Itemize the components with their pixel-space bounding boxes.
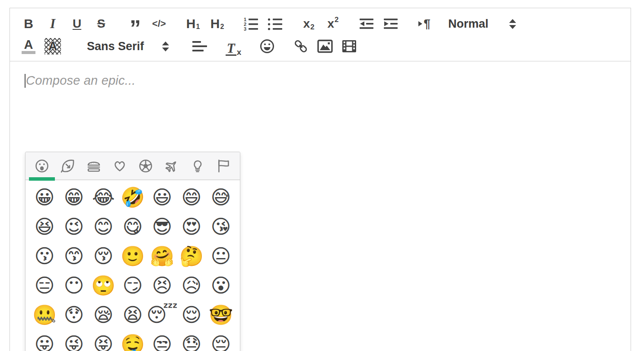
- underline-button[interactable]: U: [67, 14, 87, 33]
- emoji-kissing-face-with-smiling-eyes[interactable]: 😙: [59, 242, 89, 271]
- emoji-face-with-tongue[interactable]: 😛: [30, 330, 59, 351]
- placeholder-line: Compose an epic...: [25, 73, 616, 88]
- emoji-tab-nature[interactable]: [55, 152, 81, 180]
- emoji-thinking-face[interactable]: 🤔: [177, 242, 206, 271]
- emoji-neutral-face[interactable]: 😐: [206, 242, 236, 271]
- outdent-button[interactable]: [357, 14, 376, 33]
- emoji-winking-face-with-tongue[interactable]: 😜: [59, 330, 89, 351]
- emoji-smiling-face-with-smiling-eyes[interactable]: 😊: [89, 212, 118, 242]
- emoji-grinning-face[interactable]: 😀: [30, 183, 59, 212]
- emoji-tired-face[interactable]: 😫: [118, 300, 147, 330]
- emoji-beaming-face-with-smiling-eyes[interactable]: 😁: [59, 183, 89, 212]
- emoji-tab-flags[interactable]: [210, 152, 236, 180]
- bullet-list-icon: [267, 17, 283, 31]
- emoji-drooling-face[interactable]: 🤤: [118, 330, 147, 351]
- align-left-icon: [192, 40, 207, 53]
- font-family-picker[interactable]: Sans Serif: [87, 40, 169, 53]
- align-picker-button[interactable]: [190, 37, 210, 56]
- text-color-swatch: [22, 51, 35, 54]
- strikethrough-button[interactable]: S: [91, 14, 111, 33]
- ordered-list-icon: 1 2 3: [243, 17, 258, 31]
- emoji-face-savoring-food[interactable]: 😋: [118, 212, 147, 242]
- emoji-tab-bar: [26, 152, 240, 180]
- emoji-nerd-face[interactable]: 🤓: [206, 300, 236, 330]
- emoji-smirking-face[interactable]: 😏: [118, 271, 147, 300]
- emoji-hugging-face[interactable]: 🤗: [147, 242, 177, 271]
- emoji-sad-but-relieved-face[interactable]: 😥: [177, 271, 206, 300]
- soccer-ball-icon: [138, 158, 153, 174]
- ordered-list-button[interactable]: 1 2 3: [241, 14, 261, 33]
- leaf-icon: [60, 158, 76, 174]
- emoji-slightly-smiling-face[interactable]: 🙂: [118, 242, 147, 271]
- emoji-relieved-face[interactable]: 😌: [177, 300, 206, 330]
- format-group-media: [291, 37, 359, 56]
- h2-label: H: [210, 16, 220, 31]
- emoji-smiley-icon: [259, 38, 275, 54]
- emoji-kissing-face-with-closed-eyes[interactable]: 😚: [89, 242, 118, 271]
- emoji-tab-symbols[interactable]: [107, 152, 133, 180]
- format-group-script: x2 x2: [299, 14, 343, 33]
- emoji-downcast-face-with-sweat[interactable]: 😓: [177, 330, 206, 351]
- emoji-face-with-rolling-eyes[interactable]: 🙄: [89, 271, 118, 300]
- superscript-digit: 2: [335, 16, 338, 24]
- emoji-tab-travel[interactable]: [159, 152, 185, 180]
- video-icon: [341, 39, 357, 53]
- bullet-list-button[interactable]: [265, 14, 285, 33]
- header-2-button[interactable]: H2: [207, 14, 227, 33]
- emoji-winking-face[interactable]: 😉: [59, 212, 89, 242]
- emoji-persevering-face[interactable]: 😣: [147, 271, 177, 300]
- emoji-rolling-on-the-floor-laughing[interactable]: 🤣: [118, 183, 147, 212]
- italic-button[interactable]: I: [43, 14, 63, 33]
- airplane-icon: [164, 158, 179, 174]
- image-button[interactable]: [315, 37, 335, 56]
- emoji-smiling-face-with-sunglasses[interactable]: 😎: [147, 212, 177, 242]
- picker-arrows-icon: [509, 19, 516, 29]
- emoji-tab-activity[interactable]: [133, 152, 159, 180]
- emoji-unamused-face[interactable]: 😒: [147, 330, 177, 351]
- emoji-squinting-face-with-tongue[interactable]: 😝: [89, 330, 118, 351]
- blockquote-button[interactable]: ”: [125, 19, 145, 38]
- bold-button[interactable]: B: [19, 14, 38, 33]
- emoji-grinning-face-with-big-eyes[interactable]: 😃: [147, 183, 177, 212]
- clean-x-label: x: [237, 48, 242, 57]
- emoji-face-without-mouth[interactable]: 😶: [59, 271, 89, 300]
- emoji-face-blowing-a-kiss[interactable]: 😘: [206, 212, 236, 242]
- header-style-picker[interactable]: Normal: [448, 17, 516, 31]
- emoji-grinning-squinting-face[interactable]: 😆: [30, 212, 59, 242]
- link-button[interactable]: [291, 37, 311, 56]
- subscript-button[interactable]: x2: [299, 14, 319, 33]
- editor-content-area[interactable]: Compose an epic...: [10, 61, 631, 351]
- emoji-zipper-mouth-face[interactable]: 🤐: [30, 300, 59, 330]
- emoji-sleeping-face[interactable]: 😴: [147, 300, 177, 330]
- superscript-button[interactable]: x2: [323, 14, 343, 33]
- superscript-label: x: [327, 17, 334, 31]
- emoji-button[interactable]: [257, 37, 277, 56]
- clean-formatting-button[interactable]: Tx: [223, 37, 243, 56]
- format-group-clean: Tx: [223, 37, 243, 56]
- emoji-tab-people[interactable]: [29, 152, 55, 180]
- emoji-expressionless-face[interactable]: 😑: [30, 271, 59, 300]
- emoji-tab-food[interactable]: [81, 152, 107, 180]
- emoji-grinning-face-with-sweat[interactable]: 😅: [206, 183, 236, 212]
- text-color-button[interactable]: A: [19, 37, 38, 56]
- direction-rtl-button[interactable]: ¶: [414, 14, 434, 33]
- picker-arrows-icon: [162, 41, 169, 51]
- emoji-face-with-open-mouth[interactable]: 😮: [206, 271, 236, 300]
- text-color-label: A: [24, 39, 33, 50]
- emoji-grinning-face-with-smiling-eyes[interactable]: 😄: [177, 183, 206, 212]
- emoji-pensive-face[interactable]: 😔: [206, 330, 236, 351]
- emoji-face-with-tears-of-joy[interactable]: 😂: [89, 183, 118, 212]
- emoji-sleepy-face[interactable]: 😪: [89, 300, 118, 330]
- emoji-smiling-face-with-heart-eyes[interactable]: 😍: [177, 212, 206, 242]
- background-color-button[interactable]: A: [43, 37, 63, 56]
- video-button[interactable]: [339, 37, 359, 56]
- code-block-button[interactable]: </>: [149, 14, 169, 33]
- format-group-basic: B I U S: [19, 14, 111, 33]
- emoji-kissing-face[interactable]: 😗: [30, 242, 59, 271]
- emoji-tab-objects[interactable]: [185, 152, 210, 180]
- emoji-hushed-face[interactable]: 😯: [59, 300, 89, 330]
- burger-icon: [86, 158, 102, 174]
- indent-button[interactable]: [381, 14, 401, 33]
- header-1-button[interactable]: H1: [183, 14, 203, 33]
- rich-text-editor: B I U S ” </> H1 H2 1: [10, 8, 631, 351]
